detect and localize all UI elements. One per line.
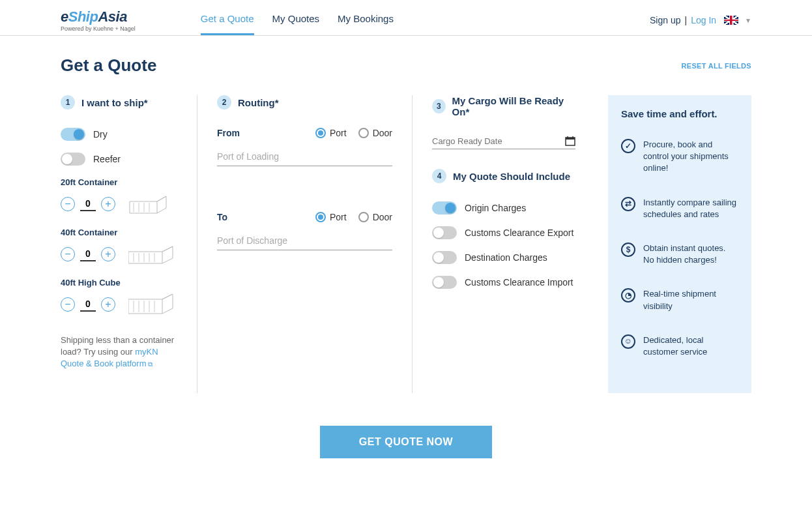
destination-charges-label: Destination Charges	[465, 252, 547, 263]
40ft-hc-plus-button[interactable]: +	[101, 297, 115, 312]
section-2-title: Routing*	[238, 97, 278, 108]
container-20ft-icon	[128, 194, 174, 214]
page-title: Get a Quote	[61, 55, 156, 76]
20ft-stepper: − +	[61, 197, 115, 211]
flag-uk-icon[interactable]	[724, 16, 738, 25]
40ft-hc-stepper: − +	[61, 297, 115, 312]
from-label: From	[217, 128, 240, 138]
to-door-radio[interactable]: Door	[358, 212, 392, 222]
svg-marker-5	[128, 246, 173, 263]
40ft-stepper: − +	[61, 247, 115, 261]
20ft-qty-input[interactable]	[80, 197, 96, 211]
reefer-label: Reefer	[93, 154, 121, 164]
check-icon: ✓	[621, 139, 635, 153]
step-1-badge: 1	[61, 95, 75, 110]
origin-charges-toggle[interactable]	[432, 201, 457, 214]
section-1-title: I want to ship*	[81, 97, 148, 108]
step-4-badge: 4	[432, 169, 446, 183]
port-of-discharge-input[interactable]	[217, 231, 392, 250]
20ft-minus-button[interactable]: −	[61, 197, 75, 211]
logo-subtitle: Powered by Kuehne + Nagel	[61, 25, 136, 32]
promo-text-3: Obtain instant quotes. No hidden charges…	[643, 243, 738, 266]
customs-export-label: Customs Clearance Export	[465, 228, 573, 238]
to-label: To	[217, 212, 227, 222]
customs-export-toggle[interactable]	[432, 226, 457, 239]
container-40ft-hc-icon	[128, 294, 174, 315]
40ft-hc-label: 40ft High Cube	[61, 278, 177, 288]
external-link-icon: ⧉	[147, 361, 153, 368]
section-4-title: My Quote Should Include	[453, 171, 570, 182]
cargo-ready-date-input[interactable]	[432, 136, 565, 146]
lcl-note: Shipping less than a container load? Try…	[61, 334, 177, 370]
customs-import-label: Customs Clearance Import	[465, 277, 573, 288]
destination-charges-toggle[interactable]	[432, 251, 457, 264]
step-3-badge: 3	[432, 99, 446, 113]
reefer-toggle[interactable]	[61, 153, 85, 166]
nav-my-quotes[interactable]: My Quotes	[272, 5, 320, 35]
40ft-minus-button[interactable]: −	[61, 247, 75, 261]
clock-icon: ◔	[621, 288, 635, 303]
nav-get-quote[interactable]: Get a Quote	[201, 5, 254, 35]
section-3-title: My Cargo Will Be Ready On*	[452, 95, 575, 117]
port-of-loading-input[interactable]	[217, 147, 392, 166]
logo[interactable]: eShipAsia Powered by Kuehne + Nagel	[61, 8, 136, 32]
40ft-hc-qty-input[interactable]	[80, 297, 96, 312]
header: eShipAsia Powered by Kuehne + Nagel Get …	[0, 0, 812, 36]
promo-text-2: Instantly compare sailing schedules and …	[643, 197, 738, 220]
promo-panel: Save time and effort. ✓Procure, book and…	[608, 95, 751, 393]
signup-link[interactable]: Sign up	[650, 15, 680, 25]
promo-title: Save time and effort.	[621, 108, 738, 119]
20ft-plus-button[interactable]: +	[101, 197, 115, 211]
svg-rect-18	[566, 138, 575, 140]
20ft-label: 20ft Container	[61, 177, 177, 187]
chevron-down-icon[interactable]: ▼	[745, 17, 751, 24]
calendar-icon[interactable]	[565, 136, 575, 146]
get-quote-now-button[interactable]: GET QUOTE NOW	[320, 426, 492, 458]
40ft-hc-minus-button[interactable]: −	[61, 297, 75, 312]
login-link[interactable]: Log In	[691, 15, 716, 25]
customs-import-toggle[interactable]	[432, 276, 457, 289]
origin-charges-label: Origin Charges	[465, 203, 526, 213]
main-nav: Get a Quote My Quotes My Bookings	[201, 5, 650, 35]
svg-marker-11	[128, 294, 173, 314]
from-port-radio[interactable]: Port	[315, 128, 347, 138]
container-40ft-icon	[128, 244, 174, 265]
from-door-radio[interactable]: Door	[358, 128, 392, 138]
dry-toggle[interactable]	[61, 128, 85, 141]
40ft-qty-input[interactable]	[80, 247, 96, 261]
reset-all-fields[interactable]: RESET ALL FIELDS	[682, 62, 751, 70]
nav-my-bookings[interactable]: My Bookings	[338, 5, 394, 35]
promo-text-5: Dedicated, local customer service	[643, 334, 738, 358]
compare-icon: ⇄	[621, 197, 635, 211]
to-port-radio[interactable]: Port	[315, 212, 347, 222]
auth-separator: |	[685, 15, 688, 25]
person-icon: ☺	[621, 334, 635, 349]
promo-text-1: Procure, book and control your shipments…	[643, 139, 738, 175]
40ft-label: 40ft Container	[61, 228, 177, 237]
dry-label: Dry	[93, 129, 108, 140]
40ft-plus-button[interactable]: +	[101, 247, 115, 261]
svg-marker-0	[130, 196, 166, 213]
promo-text-4: Real-time shipment visibility	[643, 288, 738, 312]
dollar-icon: $	[621, 243, 635, 257]
step-2-badge: 2	[217, 95, 231, 110]
